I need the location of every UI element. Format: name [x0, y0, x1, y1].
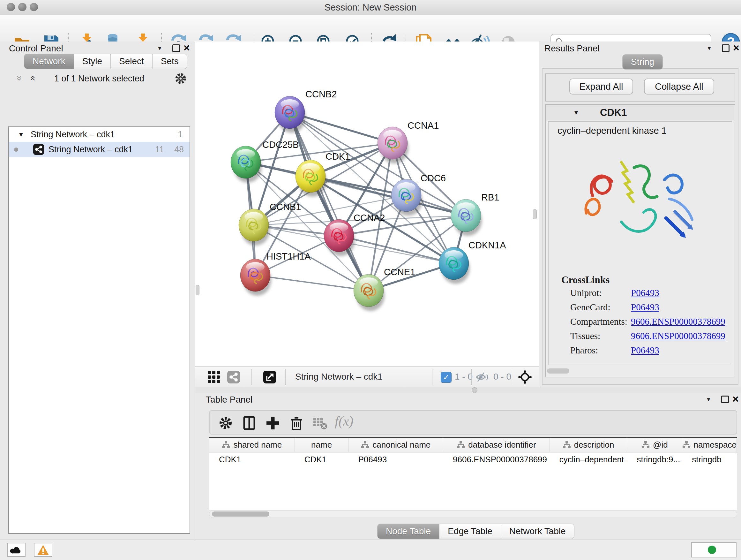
network-node-CCNA1[interactable] [378, 127, 408, 164]
network-node-CDKN1A[interactable] [439, 247, 470, 284]
show-columns-icon[interactable] [242, 415, 257, 431]
results-panel-close-icon[interactable]: × [733, 44, 739, 51]
table-cell[interactable]: CDK1 [295, 452, 349, 466]
tab-network-table[interactable]: Network Table [501, 523, 575, 539]
column-header-shared-name[interactable]: shared name [209, 438, 295, 452]
table-options-gear-icon[interactable] [218, 415, 233, 431]
collapse-all-button[interactable]: Collapse All [644, 78, 714, 95]
column-header-name[interactable]: name [295, 438, 349, 452]
control-panel-close-icon[interactable]: × [184, 44, 190, 51]
crosslink-url[interactable]: P06493 [631, 288, 659, 298]
results-panel-float-icon[interactable] [722, 44, 730, 52]
crosslink-url[interactable]: P06493 [631, 345, 659, 356]
tab-style[interactable]: Style [74, 54, 111, 69]
left-splitter-grip[interactable] [196, 285, 199, 295]
table-panel-float-icon[interactable] [721, 395, 729, 403]
table-hscrollbar[interactable] [209, 510, 737, 518]
table-row[interactable]: CDK1CDK1P064939606.ENSP00000378699cyclin… [209, 452, 737, 466]
gene-section-body: cyclin–dependent kinase 1 CrossLinks Uni… [548, 121, 732, 365]
network-node-label: CCNA1 [408, 120, 439, 131]
network-options-gear-icon[interactable] [174, 72, 187, 85]
column-header-canonical-name[interactable]: canonical name [348, 438, 443, 452]
column-header-database-identifier[interactable]: database identifier [443, 438, 550, 452]
control-panel: Control Panel ▼ × NetworkStyleSelectSets… [0, 42, 195, 540]
table-cell[interactable]: stringdb:9... [627, 452, 682, 466]
crosslink-label: GeneCard: [570, 302, 610, 312]
right-splitter-grip[interactable] [533, 209, 537, 219]
column-label: database identifier [468, 440, 536, 450]
column-header-description[interactable]: description [550, 438, 627, 452]
crosslinks-title: CrossLinks [561, 274, 610, 286]
gene-section-header[interactable]: ▼ CDK1 [546, 105, 734, 120]
tab-string[interactable]: String [622, 54, 663, 70]
network-node-RB1[interactable] [451, 199, 482, 236]
results-button-bar: Expand All Collapse All [545, 73, 735, 102]
results-panel-menu-icon[interactable]: ▼ [706, 45, 712, 52]
network-node-CCNB1[interactable] [239, 209, 270, 246]
network-node-CDK1[interactable] [295, 160, 327, 197]
table-cell[interactable]: 9606.ENSP00000378699 [443, 452, 550, 466]
tab-edge-table[interactable]: Edge Table [440, 523, 501, 539]
tab-network[interactable]: Network [24, 54, 74, 69]
expand-all-button[interactable]: Expand All [569, 78, 633, 95]
memory-label: Memory [697, 559, 730, 560]
automation-cloud-button[interactable] [7, 543, 25, 557]
network-tree-item-row[interactable]: String Network – cdk1 11 48 [9, 142, 190, 157]
results-hscroll-thumb[interactable] [547, 368, 569, 374]
network-tree-root-row[interactable]: ▼ String Network – cdk1 1 [9, 127, 190, 142]
tab-select[interactable]: Select [111, 54, 152, 69]
toolbar-separator [512, 369, 512, 385]
warnings-button[interactable] [34, 543, 52, 557]
tab-sets[interactable]: Sets [152, 54, 187, 69]
table-panel-menu-icon[interactable]: ▼ [706, 396, 711, 403]
control-panel-float-icon[interactable] [172, 44, 180, 52]
column-label: shared name [233, 440, 282, 450]
section-collapse-icon[interactable]: ▼ [573, 109, 579, 116]
network-view-icon[interactable] [227, 371, 240, 383]
horizontal-splitter[interactable] [195, 387, 741, 393]
delete-column-icon[interactable] [289, 415, 304, 431]
crosslink-url[interactable]: 9606.ENSP00000378699 [631, 331, 725, 341]
table-cell[interactable]: P06493 [348, 452, 443, 466]
crosslink-label: Pharos: [570, 345, 598, 355]
table-header-row: shared namenamecanonical namedatabase id… [209, 438, 737, 452]
hidden-elements-icon[interactable] [476, 372, 490, 382]
memory-button[interactable]: Memory [691, 542, 737, 557]
table-cell[interactable]: CDK1 [209, 452, 295, 466]
crosslink-url[interactable]: 9606.ENSP00000378699 [631, 316, 725, 327]
network-node-CCNE1[interactable] [354, 274, 385, 311]
table-panel-close-icon[interactable]: × [732, 395, 739, 402]
network-node-HIST1H1A[interactable] [240, 259, 271, 296]
pan-crosshair-icon[interactable] [518, 370, 532, 384]
grid-view-icon[interactable] [207, 371, 220, 383]
control-panel-menu-icon[interactable]: ▼ [157, 45, 162, 52]
memory-status-icon [708, 546, 716, 554]
crosslink-url[interactable]: P06493 [631, 302, 659, 313]
network-canvas[interactable]: CCNB2CCNA1CDC25BCDK1CDC6RB1CCNB1CCNA2CDK… [195, 42, 539, 366]
network-node-CDC25B[interactable] [231, 146, 262, 183]
column-header-@id[interactable]: @id [627, 438, 682, 452]
table-cell[interactable]: cyclin–dependent ... [550, 452, 627, 466]
network-node-CCNA2[interactable] [324, 219, 355, 256]
network-collection-label: String Network – cdk1 [30, 127, 115, 142]
selected-nodes-checkbox[interactable]: ✓ [441, 372, 452, 383]
column-header-namespace[interactable]: namespace [682, 438, 737, 452]
node-count: 11 [155, 142, 164, 157]
table-cell[interactable]: stringdb [682, 452, 737, 466]
results-list: ▼ CDK1 cyclin–dependent kinase 1 CrossLi… [545, 104, 735, 377]
edge-count: 48 [174, 142, 184, 157]
table-hscroll-thumb[interactable] [212, 511, 269, 516]
hidden-count: 0 - 0 [493, 367, 511, 387]
detach-view-icon[interactable] [263, 371, 276, 383]
table-toolbar: f(x) [209, 410, 737, 435]
create-column-icon[interactable] [265, 415, 280, 431]
network-node-CCNB2[interactable] [275, 96, 306, 133]
tab-node-table[interactable]: Node Table [377, 523, 440, 539]
network-edge[interactable] [290, 112, 368, 291]
network-graph[interactable]: CCNB2CCNA1CDC25BCDK1CDC6RB1CCNB1CCNA2CDK… [195, 42, 539, 366]
network-icon [33, 144, 44, 155]
network-edge[interactable] [255, 275, 368, 291]
column-label: name [311, 440, 332, 450]
tree-expand-icon[interactable]: ▼ [18, 127, 24, 142]
collection-count: 1 [178, 127, 183, 142]
